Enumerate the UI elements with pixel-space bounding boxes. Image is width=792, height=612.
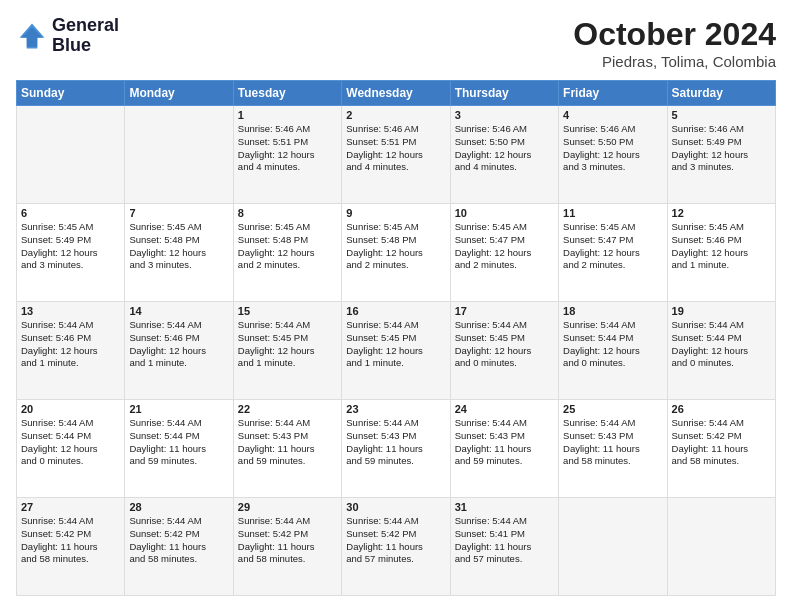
day-number: 10 xyxy=(455,207,554,219)
day-number: 14 xyxy=(129,305,228,317)
cell-content: Sunrise: 5:44 AM Sunset: 5:42 PM Dayligh… xyxy=(238,515,337,566)
day-number: 29 xyxy=(238,501,337,513)
cell-content: Sunrise: 5:44 AM Sunset: 5:42 PM Dayligh… xyxy=(346,515,445,566)
col-friday: Friday xyxy=(559,81,667,106)
day-number: 19 xyxy=(672,305,771,317)
calendar-cell: 6Sunrise: 5:45 AM Sunset: 5:49 PM Daylig… xyxy=(17,204,125,302)
col-monday: Monday xyxy=(125,81,233,106)
calendar-cell: 15Sunrise: 5:44 AM Sunset: 5:45 PM Dayli… xyxy=(233,302,341,400)
calendar-cell: 14Sunrise: 5:44 AM Sunset: 5:46 PM Dayli… xyxy=(125,302,233,400)
calendar-cell xyxy=(17,106,125,204)
cell-content: Sunrise: 5:44 AM Sunset: 5:44 PM Dayligh… xyxy=(563,319,662,370)
calendar-cell: 12Sunrise: 5:45 AM Sunset: 5:46 PM Dayli… xyxy=(667,204,775,302)
calendar-cell xyxy=(559,498,667,596)
calendar-week-1: 6Sunrise: 5:45 AM Sunset: 5:49 PM Daylig… xyxy=(17,204,776,302)
cell-content: Sunrise: 5:44 AM Sunset: 5:43 PM Dayligh… xyxy=(455,417,554,468)
calendar-cell: 9Sunrise: 5:45 AM Sunset: 5:48 PM Daylig… xyxy=(342,204,450,302)
calendar-cell: 27Sunrise: 5:44 AM Sunset: 5:42 PM Dayli… xyxy=(17,498,125,596)
cell-content: Sunrise: 5:44 AM Sunset: 5:46 PM Dayligh… xyxy=(21,319,120,370)
cell-content: Sunrise: 5:45 AM Sunset: 5:47 PM Dayligh… xyxy=(563,221,662,272)
col-thursday: Thursday xyxy=(450,81,558,106)
calendar-week-2: 13Sunrise: 5:44 AM Sunset: 5:46 PM Dayli… xyxy=(17,302,776,400)
day-number: 12 xyxy=(672,207,771,219)
calendar-cell: 22Sunrise: 5:44 AM Sunset: 5:43 PM Dayli… xyxy=(233,400,341,498)
calendar-cell: 17Sunrise: 5:44 AM Sunset: 5:45 PM Dayli… xyxy=(450,302,558,400)
calendar-cell: 18Sunrise: 5:44 AM Sunset: 5:44 PM Dayli… xyxy=(559,302,667,400)
calendar-cell: 10Sunrise: 5:45 AM Sunset: 5:47 PM Dayli… xyxy=(450,204,558,302)
calendar-cell: 8Sunrise: 5:45 AM Sunset: 5:48 PM Daylig… xyxy=(233,204,341,302)
day-number: 15 xyxy=(238,305,337,317)
calendar-cell: 28Sunrise: 5:44 AM Sunset: 5:42 PM Dayli… xyxy=(125,498,233,596)
cell-content: Sunrise: 5:45 AM Sunset: 5:49 PM Dayligh… xyxy=(21,221,120,272)
calendar-cell: 7Sunrise: 5:45 AM Sunset: 5:48 PM Daylig… xyxy=(125,204,233,302)
title-block: October 2024 Piedras, Tolima, Colombia xyxy=(573,16,776,70)
calendar-week-0: 1Sunrise: 5:46 AM Sunset: 5:51 PM Daylig… xyxy=(17,106,776,204)
cell-content: Sunrise: 5:44 AM Sunset: 5:43 PM Dayligh… xyxy=(346,417,445,468)
calendar-cell: 24Sunrise: 5:44 AM Sunset: 5:43 PM Dayli… xyxy=(450,400,558,498)
day-number: 5 xyxy=(672,109,771,121)
cell-content: Sunrise: 5:45 AM Sunset: 5:48 PM Dayligh… xyxy=(346,221,445,272)
calendar-cell: 3Sunrise: 5:46 AM Sunset: 5:50 PM Daylig… xyxy=(450,106,558,204)
header-row: Sunday Monday Tuesday Wednesday Thursday… xyxy=(17,81,776,106)
day-number: 28 xyxy=(129,501,228,513)
calendar-cell: 2Sunrise: 5:46 AM Sunset: 5:51 PM Daylig… xyxy=(342,106,450,204)
day-number: 24 xyxy=(455,403,554,415)
cell-content: Sunrise: 5:45 AM Sunset: 5:48 PM Dayligh… xyxy=(238,221,337,272)
cell-content: Sunrise: 5:44 AM Sunset: 5:43 PM Dayligh… xyxy=(238,417,337,468)
page: General Blue October 2024 Piedras, Tolim… xyxy=(0,0,792,612)
calendar-cell: 25Sunrise: 5:44 AM Sunset: 5:43 PM Dayli… xyxy=(559,400,667,498)
calendar-cell: 31Sunrise: 5:44 AM Sunset: 5:41 PM Dayli… xyxy=(450,498,558,596)
day-number: 31 xyxy=(455,501,554,513)
calendar-cell: 16Sunrise: 5:44 AM Sunset: 5:45 PM Dayli… xyxy=(342,302,450,400)
cell-content: Sunrise: 5:44 AM Sunset: 5:45 PM Dayligh… xyxy=(238,319,337,370)
day-number: 7 xyxy=(129,207,228,219)
col-tuesday: Tuesday xyxy=(233,81,341,106)
calendar-body: 1Sunrise: 5:46 AM Sunset: 5:51 PM Daylig… xyxy=(17,106,776,596)
calendar-cell: 4Sunrise: 5:46 AM Sunset: 5:50 PM Daylig… xyxy=(559,106,667,204)
cell-content: Sunrise: 5:46 AM Sunset: 5:51 PM Dayligh… xyxy=(346,123,445,174)
calendar-cell: 20Sunrise: 5:44 AM Sunset: 5:44 PM Dayli… xyxy=(17,400,125,498)
day-number: 17 xyxy=(455,305,554,317)
calendar-table: Sunday Monday Tuesday Wednesday Thursday… xyxy=(16,80,776,596)
logo-text: General Blue xyxy=(52,16,119,56)
calendar-cell: 26Sunrise: 5:44 AM Sunset: 5:42 PM Dayli… xyxy=(667,400,775,498)
month-title: October 2024 xyxy=(573,16,776,53)
day-number: 13 xyxy=(21,305,120,317)
day-number: 27 xyxy=(21,501,120,513)
calendar-cell xyxy=(125,106,233,204)
col-wednesday: Wednesday xyxy=(342,81,450,106)
col-saturday: Saturday xyxy=(667,81,775,106)
location: Piedras, Tolima, Colombia xyxy=(573,53,776,70)
cell-content: Sunrise: 5:44 AM Sunset: 5:43 PM Dayligh… xyxy=(563,417,662,468)
header: General Blue October 2024 Piedras, Tolim… xyxy=(16,16,776,70)
day-number: 26 xyxy=(672,403,771,415)
day-number: 3 xyxy=(455,109,554,121)
calendar-cell: 21Sunrise: 5:44 AM Sunset: 5:44 PM Dayli… xyxy=(125,400,233,498)
col-sunday: Sunday xyxy=(17,81,125,106)
day-number: 18 xyxy=(563,305,662,317)
calendar-cell: 13Sunrise: 5:44 AM Sunset: 5:46 PM Dayli… xyxy=(17,302,125,400)
day-number: 21 xyxy=(129,403,228,415)
cell-content: Sunrise: 5:45 AM Sunset: 5:46 PM Dayligh… xyxy=(672,221,771,272)
calendar-cell: 30Sunrise: 5:44 AM Sunset: 5:42 PM Dayli… xyxy=(342,498,450,596)
calendar-cell: 23Sunrise: 5:44 AM Sunset: 5:43 PM Dayli… xyxy=(342,400,450,498)
day-number: 20 xyxy=(21,403,120,415)
calendar-week-3: 20Sunrise: 5:44 AM Sunset: 5:44 PM Dayli… xyxy=(17,400,776,498)
calendar-cell: 29Sunrise: 5:44 AM Sunset: 5:42 PM Dayli… xyxy=(233,498,341,596)
cell-content: Sunrise: 5:45 AM Sunset: 5:47 PM Dayligh… xyxy=(455,221,554,272)
day-number: 23 xyxy=(346,403,445,415)
day-number: 11 xyxy=(563,207,662,219)
cell-content: Sunrise: 5:44 AM Sunset: 5:42 PM Dayligh… xyxy=(672,417,771,468)
calendar-header: Sunday Monday Tuesday Wednesday Thursday… xyxy=(17,81,776,106)
logo: General Blue xyxy=(16,16,119,56)
cell-content: Sunrise: 5:44 AM Sunset: 5:42 PM Dayligh… xyxy=(129,515,228,566)
cell-content: Sunrise: 5:44 AM Sunset: 5:45 PM Dayligh… xyxy=(455,319,554,370)
day-number: 6 xyxy=(21,207,120,219)
cell-content: Sunrise: 5:44 AM Sunset: 5:44 PM Dayligh… xyxy=(672,319,771,370)
cell-content: Sunrise: 5:44 AM Sunset: 5:45 PM Dayligh… xyxy=(346,319,445,370)
cell-content: Sunrise: 5:44 AM Sunset: 5:41 PM Dayligh… xyxy=(455,515,554,566)
day-number: 25 xyxy=(563,403,662,415)
day-number: 8 xyxy=(238,207,337,219)
day-number: 2 xyxy=(346,109,445,121)
calendar-week-4: 27Sunrise: 5:44 AM Sunset: 5:42 PM Dayli… xyxy=(17,498,776,596)
